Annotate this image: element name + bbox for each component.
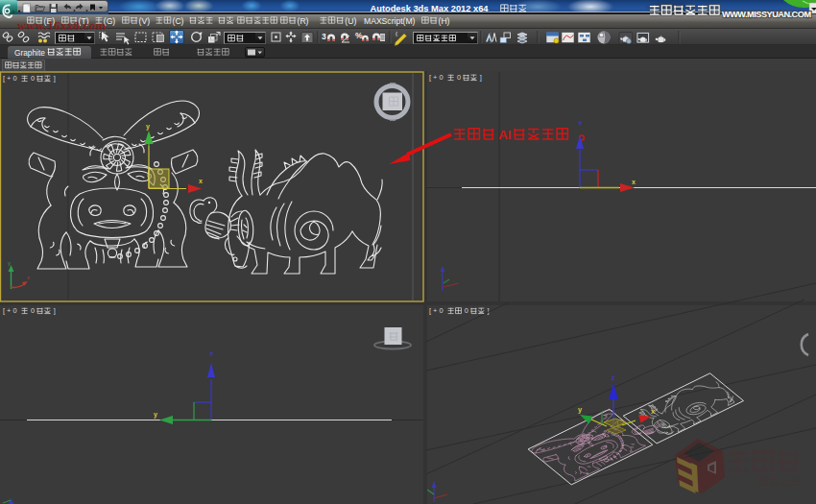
svg-text:www.16xx8.com: www.16xx8.com [17, 19, 107, 33]
svg-text:]: ] [480, 73, 482, 82]
svg-text:{: { [396, 31, 397, 36]
svg-text:0: 0 [31, 306, 35, 315]
svg-text:[ + 0: [ + 0 [3, 306, 17, 315]
svg-text:x: x [27, 275, 30, 280]
svg-text:y: y [8, 260, 11, 266]
svg-text:(U): (U) [345, 16, 356, 26]
svg-text:y: y [578, 405, 583, 414]
svg-text:AI: AI [498, 128, 512, 142]
svg-text:Graphite: Graphite [14, 48, 45, 58]
svg-text:0: 0 [465, 306, 468, 315]
svg-text:3: 3 [322, 32, 326, 41]
svg-text:[ + 0: [ + 0 [429, 73, 444, 82]
svg-text:0: 0 [457, 73, 461, 82]
svg-text:(H): (H) [439, 16, 450, 26]
svg-text:(R): (R) [298, 16, 309, 26]
svg-text:[ + 0: [ + 0 [3, 74, 17, 83]
svg-text:Autodesk 3ds Max 2012 x64: Autodesk 3ds Max 2012 x64 [371, 4, 490, 13]
svg-text:(C): (C) [173, 16, 184, 26]
svg-text:WWW.MISSYUAN.COM: WWW.MISSYUAN.COM [722, 10, 811, 19]
svg-text:]: ] [54, 306, 56, 315]
svg-text:[ + 0: [ + 0 [429, 306, 444, 315]
svg-text:z: z [612, 374, 615, 381]
svg-text:y: y [146, 123, 150, 131]
svg-text:MAXScript(M): MAXScript(M) [364, 16, 416, 26]
svg-text:(V): (V) [139, 16, 151, 26]
svg-text:x: x [632, 179, 636, 185]
svg-text:]: ] [488, 306, 490, 315]
svg-text:0: 0 [31, 74, 35, 83]
svg-text:]: ] [54, 74, 56, 83]
svg-text:%: % [355, 31, 363, 40]
svg-text:x: x [199, 178, 203, 184]
svg-text:y: y [154, 411, 157, 419]
